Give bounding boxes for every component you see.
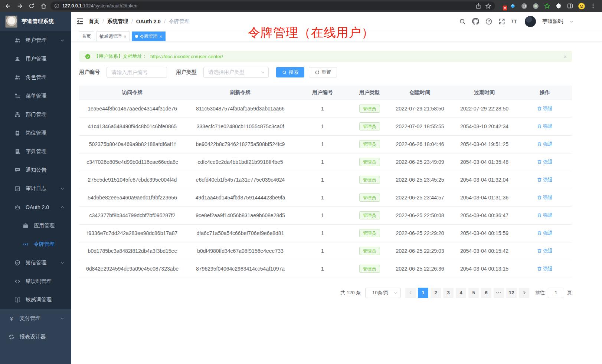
- address-bar[interactable]: 127.0.0.1:1024/system/oauth2/token: [50, 1, 495, 10]
- page-button-12[interactable]: 12: [506, 288, 517, 298]
- page-button-4[interactable]: 4: [456, 288, 466, 298]
- extension-grid-icon[interactable]: 9: [500, 3, 505, 9]
- sidebar-item-menu[interactable]: 菜单管理: [0, 87, 71, 105]
- help-icon[interactable]: [485, 18, 492, 25]
- gem-extension-icon[interactable]: [509, 2, 516, 10]
- sidebar-item-label: 通知公告: [26, 167, 46, 173]
- page-content: 【用户体系】文档地址： https://doc.iocoder.cn/user-…: [71, 42, 602, 364]
- force-logout-button[interactable]: 强退: [537, 212, 553, 219]
- sidebar-item-post[interactable]: 岗位管理: [0, 124, 71, 142]
- force-logout-button[interactable]: 强退: [537, 248, 553, 254]
- dot-circle-extension-icon[interactable]: [532, 2, 539, 10]
- cell-user_type: 管理员: [350, 100, 389, 118]
- sidebar-item-user[interactable]: 用户管理: [0, 50, 71, 68]
- trash-icon: [537, 195, 542, 200]
- sidebar-fold-icon[interactable]: [76, 18, 84, 25]
- reset-button[interactable]: 重置: [309, 67, 337, 77]
- gray-circle-extension-icon[interactable]: [520, 2, 528, 10]
- close-icon[interactable]: ×: [124, 34, 127, 39]
- cell-access_token: 54d6be82ee5a460a9aedc1f9bf223656: [79, 189, 186, 206]
- sidebar-item-dept[interactable]: 部门管理: [0, 105, 71, 124]
- page-size-select[interactable]: 10条/页: [365, 288, 401, 298]
- sidebar-item-tenant[interactable]: 租户管理: [0, 31, 71, 50]
- cell-access_token: 1ea5e44f8bc1467aaede43144f31de76: [79, 100, 186, 118]
- doc-alert: 【用户体系】文档地址： https://doc.iocoder.cn/user-…: [79, 51, 572, 62]
- page-button-2[interactable]: 2: [431, 288, 441, 298]
- site-info-icon[interactable]: [54, 3, 59, 9]
- force-logout-button[interactable]: 强退: [537, 194, 553, 201]
- prev-page-button[interactable]: [405, 288, 416, 298]
- browser-reload-icon[interactable]: [27, 1, 36, 11]
- cell-user_type: 管理员: [350, 153, 389, 171]
- breadcrumb-item[interactable]: 系统管理: [107, 18, 128, 25]
- browser-back-icon[interactable]: [3, 1, 13, 11]
- page-button-5[interactable]: 5: [468, 288, 479, 298]
- user-name[interactable]: 芋道源码: [542, 18, 563, 25]
- alert-close-icon[interactable]: ×: [563, 54, 567, 59]
- tenants-icon: [14, 37, 21, 43]
- sidebar-item-notice[interactable]: 通知公告: [0, 161, 71, 179]
- sidebar-item-label: 菜单管理: [26, 93, 46, 99]
- font-size-icon[interactable]: TT: [511, 19, 517, 24]
- share-icon[interactable]: [475, 3, 481, 9]
- force-logout-button[interactable]: 强退: [537, 123, 553, 130]
- chevron-down-icon[interactable]: [569, 19, 574, 24]
- breadcrumb-item[interactable]: 首页: [89, 18, 99, 25]
- goto-page-input[interactable]: [548, 288, 564, 298]
- profile-avatar-icon[interactable]: [578, 2, 585, 10]
- page-button-6[interactable]: 6: [481, 288, 491, 298]
- tab-首页[interactable]: 首页: [79, 32, 94, 41]
- github-icon[interactable]: [472, 18, 479, 25]
- sidebar-item-oauth2[interactable]: OAuth 2.0: [0, 198, 71, 216]
- cell-user_type: 管理员: [350, 189, 389, 206]
- fullscreen-icon[interactable]: [498, 18, 505, 25]
- sidebar-item-error-code[interactable]: 错误码管理: [0, 272, 71, 291]
- close-icon[interactable]: ×: [160, 34, 163, 39]
- force-logout-button[interactable]: 强退: [537, 105, 553, 112]
- user-id-input[interactable]: [107, 67, 167, 78]
- sidebar-item-role[interactable]: 角色管理: [0, 68, 71, 87]
- browser-home-icon[interactable]: [39, 1, 48, 11]
- cell-user_id: 1: [295, 118, 350, 135]
- cell-refresh_token: 49d1aa46d1454fbd87591444423be9fa: [186, 189, 295, 206]
- tab-敏感词管理[interactable]: 敏感词管理×: [96, 32, 130, 41]
- force-logout-button[interactable]: 强退: [537, 159, 553, 165]
- sidebar-item-oauth2-app[interactable]: 应用管理: [0, 216, 71, 235]
- force-logout-button[interactable]: 强退: [537, 265, 553, 272]
- cell-refresh_token: be90422b8c7946218275a508bf524fc9: [186, 135, 295, 153]
- sidebar-item-pay[interactable]: ¥支付管理: [0, 309, 71, 328]
- sidebar-item-report-designer[interactable]: 报表设计器: [0, 328, 71, 346]
- breadcrumb-item[interactable]: OAuth 2.0: [136, 19, 161, 24]
- sidebar-item-sensitive-word[interactable]: 敏感词管理: [0, 291, 71, 309]
- column-header-user_type: 用户类型: [350, 86, 389, 100]
- cell-create_time: 2022-07-29 21:58:50: [389, 100, 451, 118]
- force-logout-button[interactable]: 强退: [537, 176, 553, 183]
- side-panel-icon[interactable]: [566, 2, 574, 10]
- app-logo-row[interactable]: 芋道管理系统: [0, 12, 71, 31]
- page-button-3[interactable]: 3: [443, 288, 454, 298]
- sidebar-item-dict[interactable]: 字典管理: [0, 142, 71, 161]
- search-icon[interactable]: [459, 18, 466, 25]
- sidebar-item-sms[interactable]: 短信管理: [0, 254, 71, 272]
- column-header-create_time: 创建时间: [389, 86, 451, 100]
- browser-forward-icon[interactable]: [15, 1, 24, 11]
- page-ellipsis[interactable]: ···: [494, 288, 504, 298]
- bookmark-star-icon[interactable]: [485, 3, 491, 9]
- page-button-1[interactable]: 1: [418, 288, 428, 298]
- table-row: 502375b8040a469a9b82188afdf6af1fbe90422b…: [79, 135, 572, 153]
- next-page-button[interactable]: [519, 288, 529, 298]
- sidebar-item-oauth2-token[interactable]: 令牌管理: [0, 235, 71, 254]
- browser-menu-icon[interactable]: [589, 2, 597, 10]
- search-button[interactable]: 搜索: [276, 67, 304, 77]
- tab-令牌管理[interactable]: 令牌管理×: [132, 32, 166, 41]
- force-logout-button[interactable]: 强退: [537, 141, 553, 148]
- table-row: 275e5de9151045fe87cbdc395e004f4de6cfd40e…: [79, 171, 572, 189]
- green-star-extension-icon[interactable]: [543, 2, 551, 10]
- user-avatar[interactable]: [525, 16, 536, 27]
- user-type-select[interactable]: 请选择用户类型: [203, 67, 269, 78]
- sidebar-item-audit-log[interactable]: 审计日志: [0, 179, 71, 198]
- doc-link[interactable]: https://doc.iocoder.cn/user-center/: [150, 54, 223, 59]
- puzzle-extensions-icon[interactable]: [555, 2, 562, 10]
- sidebar-item-label: 报表设计器: [20, 334, 46, 340]
- force-logout-button[interactable]: 强退: [537, 230, 553, 236]
